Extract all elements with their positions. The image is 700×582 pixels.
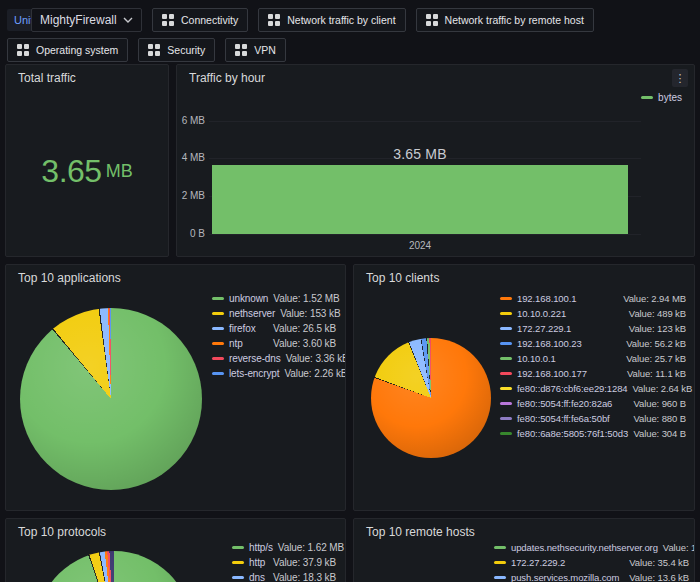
legend-value: Value: 18.3 kB (273, 572, 336, 582)
legend-row[interactable]: nethserver Value: 153 kB (212, 306, 336, 321)
remote-hosts-legend: updates.nethsecurity.nethserver.org Valu… (494, 540, 689, 582)
dashboard-link-button[interactable]: VPN (225, 38, 286, 62)
legend-label: http/s (249, 542, 273, 553)
legend-row[interactable]: dns Value: 18.3 kB (232, 570, 336, 582)
legend-label: ntp (229, 338, 243, 349)
top-nav: Unit MightyFirewall Connectivity Network… (0, 0, 700, 62)
legend-swatch (500, 357, 512, 361)
legend-swatch (212, 327, 224, 331)
panel-total-traffic: Total traffic 3.65 MB (5, 64, 169, 257)
legend-swatch (232, 546, 244, 550)
legend-value: Value: 304 B (634, 428, 687, 439)
legend-value: Value: 3.36 kB (286, 353, 346, 364)
legend-row[interactable]: ntp Value: 3.60 kB (212, 336, 336, 351)
grafana-dashboard: Unit MightyFirewall Connectivity Network… (0, 0, 700, 582)
legend-swatch (494, 576, 506, 580)
legend-label: 172.27.229.1 (517, 323, 571, 334)
legend-label: 192.168.100.1 (517, 293, 576, 304)
legend-swatch (494, 546, 506, 550)
legend-row[interactable]: http/s Value: 1.62 MB (232, 540, 336, 555)
legend-row[interactable]: fe80::6a8e:5805:76f1:50d3 Value: 304 B (500, 426, 686, 441)
legend-label: http (249, 557, 265, 568)
legend-label: 192.168.100.177 (517, 368, 587, 379)
legend-swatch (212, 342, 224, 346)
apps-grid-icon (148, 44, 160, 56)
legend-value: Value: 56.2 kB (626, 338, 686, 349)
legend-value: Value: 2.26 kB (285, 368, 347, 379)
panel-menu-button[interactable]: ⋮ (672, 69, 688, 87)
legend-row[interactable]: 10.10.0.221 Value: 489 kB (500, 306, 686, 321)
legend-swatch (500, 387, 512, 391)
dashboard-link-button[interactable]: Network traffic by remote host (416, 8, 594, 32)
dashboard-links: Connectivity Network traffic by client N… (7, 8, 697, 62)
legend-swatch (500, 327, 512, 331)
legend-value: Value: 26.5 kB (273, 323, 336, 334)
panel-title-top-applications[interactable]: Top 10 applications (18, 271, 121, 285)
protocols-pie-chart[interactable] (36, 551, 192, 582)
legend-row[interactable]: 192.168.100.177 Value: 11.1 kB (500, 366, 686, 381)
stat-value-wrap: 3.65 MB (6, 87, 168, 256)
legend-swatch (212, 372, 224, 376)
legend-row[interactable]: 192.168.100.23 Value: 56.2 kB (500, 336, 686, 351)
x-tick-2024: 2024 (212, 240, 628, 251)
dashboard-link-button[interactable]: Network traffic by client (258, 8, 405, 32)
legend-row[interactable]: fe80::d876:cbf6:ee29:1284 Value: 2.64 kB (500, 381, 686, 396)
dashboard-link-label: VPN (254, 44, 276, 56)
dashboard-link-button[interactable]: Connectivity (152, 8, 248, 32)
legend-row[interactable]: 172.27.229.2 Value: 35.4 kB (494, 555, 689, 570)
legend-value: Value: 153 (663, 542, 695, 553)
legend-label: unknown (229, 293, 268, 304)
series-legend-bytes[interactable]: bytes (641, 92, 682, 103)
legend-value: Value: 1.52 MB (273, 293, 339, 304)
legend-swatch (212, 357, 224, 361)
legend-label: 192.168.100.23 (517, 338, 582, 349)
dashboard-link-button[interactable]: Security (138, 38, 215, 62)
dashboard-link-label: Operating system (36, 44, 118, 56)
legend-value: Value: 123 kB (629, 323, 686, 334)
legend-label: firefox (229, 323, 256, 334)
legend-value: Value: 35.4 kB (629, 557, 689, 568)
legend-value: Value: 960 B (634, 398, 687, 409)
dashboard-link-button[interactable]: Operating system (7, 38, 128, 62)
legend-label: fe80::6a8e:5805:76f1:50d3 (517, 428, 628, 439)
clients-legend: 192.168.100.1 Value: 2.94 MB 10.10.0.221… (500, 291, 686, 441)
panel-top-remote-hosts: Top 10 remote hosts updates.nethsecurity… (353, 518, 695, 582)
legend-row[interactable]: 172.27.229.1 Value: 123 kB (500, 321, 686, 336)
legend-value: Value: 1.62 MB (278, 542, 344, 553)
legend-value: Value: 2.94 MB (623, 293, 686, 304)
legend-label: 172.27.229.2 (511, 557, 565, 568)
legend-row[interactable]: fe80::5054:ff:fe6a:50bf Value: 880 B (500, 411, 686, 426)
kebab-icon: ⋮ (675, 73, 686, 84)
traffic-bar-2024[interactable] (212, 165, 628, 234)
apps-grid-icon (162, 14, 174, 26)
legend-row[interactable]: reverse-dns Value: 3.36 kB (212, 351, 336, 366)
applications-pie-chart[interactable] (20, 308, 202, 490)
legend-label: fe80::5054:ff:fe20:82a6 (517, 398, 612, 409)
legend-row[interactable]: 10.10.0.1 Value: 25.7 kB (500, 351, 686, 366)
legend-row[interactable]: lets-encrypt Value: 2.26 kB (212, 366, 336, 381)
clients-pie-chart[interactable] (371, 338, 491, 458)
dashboard-link-label: Network traffic by remote host (445, 14, 584, 26)
panel-title-traffic-by-hour[interactable]: Traffic by hour (189, 71, 265, 85)
legend-label: lets-encrypt (229, 368, 280, 379)
panel-title-top-remote-hosts[interactable]: Top 10 remote hosts (366, 525, 475, 539)
legend-swatch (212, 297, 224, 301)
panel-traffic-by-hour: Traffic by hour ⋮ bytes 6 MB 4 MB 2 MB 0… (176, 64, 695, 257)
panel-top-clients: Top 10 clients 192.168.100.1 Value: 2.94… (353, 264, 695, 511)
legend-row[interactable]: firefox Value: 26.5 kB (212, 321, 336, 336)
legend-label: reverse-dns (229, 353, 281, 364)
legend-row[interactable]: fe80::5054:ff:fe20:82a6 Value: 960 B (500, 396, 686, 411)
dashboard-link-label: Network traffic by client (287, 14, 395, 26)
legend-value: Value: 3.60 kB (273, 338, 336, 349)
panel-title-top-clients[interactable]: Top 10 clients (366, 271, 439, 285)
panel-title-top-protocols[interactable]: Top 10 protocols (18, 525, 106, 539)
apps-grid-icon (426, 14, 438, 26)
legend-row[interactable]: http Value: 37.9 kB (232, 555, 336, 570)
legend-row[interactable]: push.services.mozilla.com Value: 13.6 kB (494, 570, 689, 582)
legend-row[interactable]: unknown Value: 1.52 MB (212, 291, 336, 306)
y-tick-0b: 0 B (177, 228, 205, 240)
legend-row[interactable]: 192.168.100.1 Value: 2.94 MB (500, 291, 686, 306)
legend-row[interactable]: updates.nethsecurity.nethserver.org Valu… (494, 540, 689, 555)
apps-grid-icon (235, 44, 247, 56)
panel-title-total-traffic[interactable]: Total traffic (18, 71, 76, 85)
